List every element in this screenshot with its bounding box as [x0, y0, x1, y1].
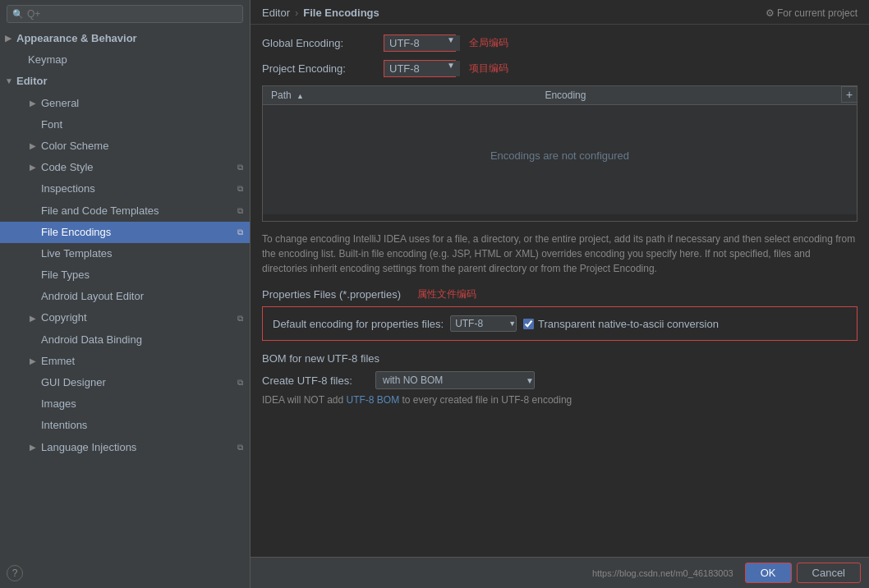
page-icon: ⧉	[237, 183, 243, 195]
transparent-checkbox-wrap[interactable]: Transparent native-to-ascii conversion	[523, 318, 719, 330]
sidebar-item-live-templates[interactable]: Live Templates	[0, 243, 250, 264]
properties-section-title: Properties Files (*.properties) 属性文件编码	[262, 287, 858, 301]
project-encoding-select[interactable]: UTF-8 UTF-16 ISO-8859-1 GBK	[384, 61, 460, 76]
table-add-button[interactable]: +	[841, 86, 858, 103]
page-icon: ⧉	[237, 442, 243, 453]
sidebar-item-general[interactable]: ▶ General	[0, 93, 250, 114]
properties-annotation: 属性文件编码	[417, 287, 476, 301]
page-icon: ⧉	[237, 162, 243, 173]
sidebar-item-editor[interactable]: ▼ Editor	[0, 71, 250, 92]
sidebar-item-keymap[interactable]: Keymap	[0, 49, 250, 71]
sidebar-item-images[interactable]: Images	[0, 393, 250, 415]
sidebar-item-copyright[interactable]: ▶ Copyright ⧉	[0, 307, 250, 328]
sidebar-item-label: File Types	[41, 268, 90, 283]
project-encoding-select-wrap[interactable]: UTF-8 UTF-16 ISO-8859-1 GBK ▼	[384, 60, 456, 77]
expand-icon: ▶	[30, 442, 39, 453]
sidebar-item-file-encodings[interactable]: File Encodings ⧉	[0, 222, 250, 243]
search-box[interactable]: 🔍	[7, 5, 243, 23]
sidebar-item-label: GUI Designer	[41, 375, 106, 390]
sidebar-item-gui-designer[interactable]: GUI Designer ⧉	[0, 372, 250, 393]
expand-icon: ▶	[5, 33, 15, 44]
ok-button[interactable]: OK	[745, 563, 792, 583]
global-encoding-row: Global Encoding: UTF-8 UTF-16 ISO-8859-1…	[262, 34, 858, 52]
sidebar-item-label: Inspections	[41, 181, 95, 196]
properties-encoding-select-wrap[interactable]: UTF-8 UTF-16 ISO-8859-1 ▼	[450, 315, 517, 332]
breadcrumb: Editor › File Encodings ⚙ For current pr…	[251, 0, 869, 25]
sidebar-item-label: Appearance & Behavior	[16, 31, 137, 46]
expand-icon: ▶	[30, 140, 39, 152]
path-encoding-table: Path ▲ Encoding Encodings are not config…	[262, 85, 858, 222]
properties-encoding-label: Default encoding for properties files:	[273, 318, 444, 330]
cancel-button[interactable]: Cancel	[797, 563, 861, 583]
sidebar-item-label: Intentions	[41, 418, 87, 433]
global-encoding-label: Global Encoding:	[262, 37, 377, 49]
sidebar-item-inspections[interactable]: Inspections ⧉	[0, 178, 250, 200]
global-encoding-select-wrap[interactable]: UTF-8 UTF-16 ISO-8859-1 GBK ▼	[384, 34, 456, 52]
page-icon: ⧉	[237, 205, 243, 217]
bom-link[interactable]: UTF-8 BOM	[346, 394, 399, 406]
sidebar-item-label: File Encodings	[41, 225, 111, 240]
sidebar-item-label: Font	[41, 117, 62, 132]
bom-section: BOM for new UTF-8 files Create UTF-8 fil…	[262, 352, 858, 406]
bom-info: IDEA will NOT add UTF-8 BOM to every cre…	[262, 394, 858, 406]
sidebar-item-emmet[interactable]: ▶ Emmet	[0, 351, 250, 372]
sidebar-item-appearance[interactable]: ▶ Appearance & Behavior	[0, 28, 250, 49]
transparent-checkbox[interactable]	[523, 319, 534, 329]
expand-icon: ▼	[5, 76, 15, 87]
global-encoding-annotation: 全局编码	[469, 36, 508, 50]
project-encoding-label: Project Encoding:	[262, 62, 377, 75]
bom-section-title: BOM for new UTF-8 files	[262, 352, 858, 365]
expand-icon: ▶	[30, 162, 39, 173]
encoding-col-header: Encoding	[536, 86, 857, 105]
page-icon: ⧉	[237, 227, 243, 238]
sidebar-item-label: Color Scheme	[41, 139, 108, 154]
sidebar-item-label: Language Injections	[41, 440, 136, 455]
global-encoding-select[interactable]: UTF-8 UTF-16 ISO-8859-1 GBK	[384, 35, 460, 51]
search-icon: 🔍	[12, 9, 24, 20]
transparent-checkbox-label: Transparent native-to-ascii conversion	[538, 318, 719, 330]
sidebar-item-language-injections[interactable]: ▶ Language Injections ⧉	[0, 437, 250, 458]
sidebar-item-file-types[interactable]: File Types	[0, 264, 250, 286]
properties-encoding-select[interactable]: UTF-8 UTF-16 ISO-8859-1	[451, 316, 518, 331]
sidebar-item-code-style[interactable]: ▶ Code Style ⧉	[0, 157, 250, 178]
expand-icon: ▶	[30, 98, 39, 109]
content-body: Global Encoding: UTF-8 UTF-16 ISO-8859-1…	[251, 25, 869, 557]
sidebar-item-label: Code Style	[41, 160, 94, 175]
sidebar-item-label: Copyright	[41, 310, 87, 325]
breadcrumb-current: File Encodings	[303, 7, 379, 19]
bottom-bar: https://blog.csdn.net/m0_46183003 OK Can…	[251, 557, 869, 588]
watermark-text: https://blog.csdn.net/m0_46183003	[592, 568, 733, 578]
search-input[interactable]	[27, 8, 237, 20]
sort-arrow-icon: ▲	[297, 92, 304, 100]
breadcrumb-separator: ›	[295, 7, 298, 19]
project-encoding-annotation: 项目编码	[469, 62, 508, 76]
path-col-header: Path ▲	[263, 86, 536, 105]
for-current-project: ⚙ For current project	[766, 7, 858, 19]
sidebar-item-file-code-templates[interactable]: File and Code Templates ⧉	[0, 200, 250, 222]
table-empty-msg: Encodings are not configured	[271, 108, 848, 211]
sidebar-item-label: Live Templates	[41, 246, 112, 261]
bom-select-wrap[interactable]: with NO BOM with BOM with BOM if needed …	[375, 371, 535, 389]
table-empty-row: Encodings are not configured	[263, 105, 857, 215]
sidebar-item-font[interactable]: Font	[0, 114, 250, 136]
bom-select[interactable]: with NO BOM with BOM with BOM if needed	[376, 372, 540, 388]
sidebar-item-color-scheme[interactable]: ▶ Color Scheme	[0, 136, 250, 157]
info-text: To change encoding IntelliJ IDEA uses fo…	[262, 232, 858, 276]
sidebar-item-android-layout-editor[interactable]: Android Layout Editor	[0, 286, 250, 307]
page-icon: ⧉	[237, 313, 243, 324]
sidebar-item-label: General	[41, 96, 79, 111]
sidebar-item-intentions[interactable]: Intentions	[0, 415, 250, 436]
path-table: Path ▲ Encoding Encodings are not config…	[263, 86, 857, 214]
sidebar-item-android-data-binding[interactable]: Android Data Binding	[0, 329, 250, 351]
sidebar-item-label: File and Code Templates	[41, 204, 159, 218]
page-icon: ⧉	[237, 377, 243, 388]
properties-box: Default encoding for properties files: U…	[262, 306, 858, 341]
sidebar-item-label: Keymap	[28, 53, 67, 67]
help-button[interactable]: ?	[7, 565, 23, 581]
content-panel: Editor › File Encodings ⚙ For current pr…	[251, 0, 869, 588]
sidebar-item-label: Android Data Binding	[41, 333, 142, 347]
sidebar-item-label: Android Layout Editor	[41, 289, 144, 304]
bom-row: Create UTF-8 files: with NO BOM with BOM…	[262, 371, 858, 389]
sidebar-item-label: Editor	[16, 74, 48, 89]
sidebar-item-label: Emmet	[41, 354, 75, 369]
